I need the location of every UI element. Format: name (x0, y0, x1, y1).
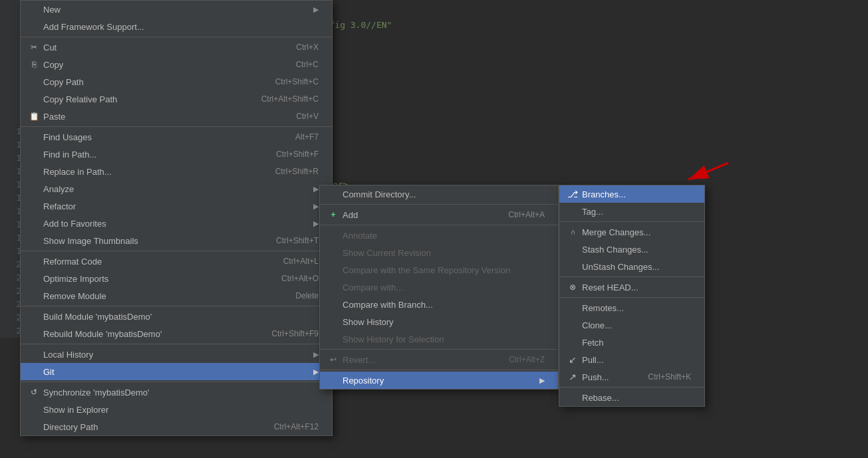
menu-item-branches[interactable]: ⎇ Branches... (559, 185, 704, 203)
arrow-icon-git: ▶ (313, 368, 319, 376)
shortcut-optimize: Ctrl+Alt+O (281, 274, 319, 283)
arrow-icon-refactor: ▶ (313, 202, 319, 211)
menu-item-repository[interactable]: Repository ▶ (320, 372, 558, 389)
menu-item-push[interactable]: ↗ Push... Ctrl+Shift+K (559, 368, 704, 386)
menu-item-rebase[interactable]: Rebase... (559, 389, 704, 406)
menu-item-cut[interactable]: ✂ Cut Ctrl+X (21, 39, 332, 56)
menu-label-copy-rel-path: Copy Relative Path (43, 94, 248, 104)
menu-label-remove-module: Remove Module (43, 291, 282, 301)
replace-in-path-icon (27, 165, 41, 178)
menu-item-commit-dir[interactable]: Commit Directory... (320, 185, 558, 203)
menu-item-refactor[interactable]: Refactor ▶ (21, 197, 332, 215)
arrow-icon-analyze: ▶ (313, 185, 319, 193)
menu-item-fetch[interactable]: Fetch (559, 334, 704, 351)
add-icon: + (327, 208, 340, 221)
reset-icon: ⊗ (566, 281, 579, 294)
copy-icon: ⎘ (27, 58, 41, 71)
context-menu-2[interactable]: Commit Directory... + Add Ctrl+Alt+A Ann… (319, 185, 559, 390)
menu-item-reformat[interactable]: Reformat Code Ctrl+Alt+L (21, 253, 332, 270)
menu-item-annotate[interactable]: Annotate (320, 227, 558, 244)
menu-item-git[interactable]: Git ▶ (21, 363, 332, 380)
git-icon (27, 365, 41, 378)
menu-item-show-current-revision[interactable]: Show Current Revision (320, 244, 558, 261)
menu-label-push: Push... (582, 372, 635, 382)
shortcut-replace-in-path: Ctrl+Shift+R (275, 167, 319, 176)
menu-label-rebuild-module: Rebuild Module 'mybatisDemo' (43, 329, 258, 339)
shortcut-copy-rel-path: Ctrl+Alt+Shift+C (261, 94, 319, 104)
menu-item-synchronize[interactable]: ↺ Synchronize 'mybatisDemo' (21, 384, 332, 401)
separator-m3-1 (559, 221, 704, 222)
show-history-icon (327, 315, 340, 328)
menu-label-clone: Clone... (582, 320, 691, 330)
menu-label-analyze: Analyze (43, 184, 308, 194)
stash-icon (566, 243, 579, 256)
menu-label-add-favorites: Add to Favorites (43, 219, 308, 229)
menu-item-compare-branch[interactable]: Compare with Branch... (320, 296, 558, 313)
menu-item-add-framework[interactable]: Add Framework Support... (21, 18, 332, 35)
menu-item-show-thumbnails[interactable]: Show Image Thumbnails Ctrl+Shift+T (21, 232, 332, 249)
shortcut-find-usages: Alt+F7 (295, 132, 319, 142)
arrow-icon-new: ▶ (313, 5, 319, 14)
menu-item-show-history[interactable]: Show History (320, 313, 558, 330)
menu-item-local-history[interactable]: Local History ▶ (21, 346, 332, 363)
menu-item-clone[interactable]: Clone... (559, 316, 704, 334)
menu-item-show-history-selection[interactable]: Show History for Selection (320, 330, 558, 348)
menu-item-find-usages[interactable]: Find Usages Alt+F7 (21, 128, 332, 146)
compare-repo-icon (327, 263, 340, 277)
menu-item-optimize-imports[interactable]: Optimize Imports Ctrl+Alt+O (21, 270, 332, 287)
menu-label-show-current-revision: Show Current Revision (343, 248, 545, 258)
menu-label-add: Add (343, 210, 495, 220)
menu-item-copy[interactable]: ⎘ Copy Ctrl+C (21, 56, 332, 73)
menu-item-add-favorites[interactable]: Add to Favorites ▶ (21, 215, 332, 232)
shortcut-rebuild: Ctrl+Shift+F9 (271, 329, 319, 338)
menu-item-replace-in-path[interactable]: Replace in Path... Ctrl+Shift+R (21, 163, 332, 180)
shortcut-paste: Ctrl+V (296, 112, 319, 121)
menu-item-new[interactable]: New ▶ (21, 1, 332, 18)
menu-label-reformat: Reformat Code (43, 257, 270, 267)
menu-label-fetch: Fetch (582, 338, 691, 348)
branches-icon: ⎇ (566, 187, 579, 201)
compare-branch-icon (327, 298, 340, 311)
menu-item-build-module[interactable]: Build Module 'mybatisDemo' (21, 308, 332, 325)
separator-2 (21, 126, 332, 127)
menu-item-paste[interactable]: 📋 Paste Ctrl+V (21, 108, 332, 125)
menu-item-merge-changes[interactable]: ⑃ Merge Changes... (559, 223, 704, 241)
menu-item-reset-head[interactable]: ⊗ Reset HEAD... (559, 279, 704, 296)
push-icon: ↗ (566, 370, 579, 384)
menu-item-compare-same-repo[interactable]: Compare with the Same Repository Version (320, 261, 558, 279)
menu-label-rebase: Rebase... (582, 393, 691, 403)
menu-item-copy-rel-path[interactable]: Copy Relative Path Ctrl+Alt+Shift+C (21, 90, 332, 108)
context-menu-3[interactable]: ⎇ Branches... Tag... ⑃ Merge Changes... … (559, 185, 705, 407)
menu-item-add[interactable]: + Add Ctrl+Alt+A (320, 206, 558, 223)
menu-item-find-in-path[interactable]: Find in Path... Ctrl+Shift+F (21, 146, 332, 163)
menu-item-directory-path[interactable]: Directory Path Ctrl+Alt+F12 (21, 418, 332, 435)
arrow-icon-repository: ▶ (539, 376, 545, 385)
menu-item-tag[interactable]: Tag... (559, 203, 704, 220)
menu-item-revert[interactable]: ↩ Revert... Ctrl+Alt+Z (320, 351, 558, 368)
separator-5 (21, 344, 332, 344)
menu-label-cut: Cut (43, 43, 283, 53)
separator-m3-4 (559, 387, 704, 388)
context-menu-1[interactable]: New ▶ Add Framework Support... ✂ Cut Ctr… (20, 0, 333, 436)
menu-item-compare-with[interactable]: Compare with... (320, 279, 558, 296)
menu-item-unstash-changes[interactable]: UnStash Changes... (559, 258, 704, 275)
menu-label-merge-changes: Merge Changes... (582, 227, 691, 237)
separator-m2-1 (320, 204, 558, 205)
separator-m2-3 (320, 349, 558, 350)
menu-label-show-history: Show History (343, 317, 545, 327)
arrow-icon-favorites: ▶ (313, 219, 319, 228)
menu-item-show-in-explorer[interactable]: Show in Explorer (21, 401, 332, 418)
remotes-icon (566, 301, 579, 314)
menu-item-remotes[interactable]: Remotes... (559, 299, 704, 316)
menu-item-rebuild-module[interactable]: Rebuild Module 'mybatisDemo' Ctrl+Shift+… (21, 325, 332, 342)
menu-item-pull[interactable]: ↙ Pull... (559, 351, 704, 368)
menu-item-copy-path[interactable]: Copy Path Ctrl+Shift+C (21, 73, 332, 90)
menu-item-remove-module[interactable]: Remove Module Delete (21, 287, 332, 304)
rebase-icon (566, 391, 579, 404)
menu-label-local-history: Local History (43, 350, 308, 360)
menu-label-find-in-path: Find in Path... (43, 150, 263, 160)
menu-item-analyze[interactable]: Analyze ▶ (21, 180, 332, 197)
menu-item-stash-changes[interactable]: Stash Changes... (559, 241, 704, 258)
find-usages-icon (27, 130, 41, 144)
paste-icon: 📋 (27, 110, 41, 123)
